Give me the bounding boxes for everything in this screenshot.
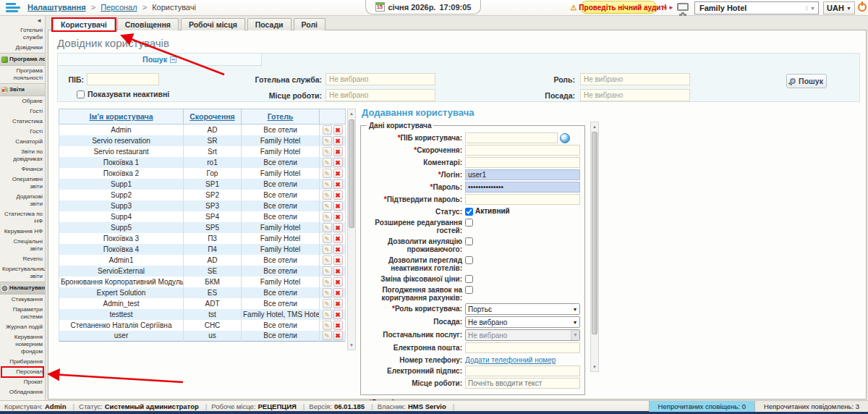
edit-icon[interactable]: ✎ (323, 179, 332, 189)
edit-icon[interactable]: ✎ (323, 245, 332, 254)
delete-icon[interactable]: ✖ (333, 223, 343, 232)
delete-icon[interactable]: ✖ (333, 299, 343, 308)
sidebar-item[interactable]: Програма лояльності (0, 53, 45, 66)
tab[interactable]: Ролі (294, 18, 326, 30)
sidebar-item[interactable]: Параметри системи (0, 305, 45, 322)
sidebar-item[interactable]: Звіти по довідниках (0, 147, 45, 164)
form-scrollbar[interactable]: ▲ ▼ (590, 122, 599, 372)
table-row[interactable]: Бронювання Корпоративний Модуль БКМ Fami… (59, 276, 346, 287)
role-select[interactable]: Портьє▼ (465, 303, 580, 315)
edit-icon[interactable]: ✎ (323, 331, 332, 340)
delete-icon[interactable]: ✖ (333, 125, 343, 135)
form-scrollbar-thumb[interactable] (592, 132, 597, 334)
tab[interactable]: Посади (247, 18, 292, 30)
sidebar-item[interactable]: Користувальницькі звіти (0, 264, 45, 282)
delete-icon[interactable]: ✖ (333, 169, 343, 178)
table-row[interactable]: testtest tst Family Hotel, TMS Hotel ✎✖ (59, 309, 346, 320)
sidebar-item[interactable]: Гості (0, 106, 45, 117)
column-header-username[interactable]: Ім’я користувача (59, 109, 184, 124)
scroll-up-icon[interactable]: ▲ (348, 109, 355, 118)
edit-icon[interactable]: ✎ (323, 125, 332, 135)
scroll-down-icon[interactable]: ▼ (591, 363, 598, 371)
password-field[interactable] (465, 182, 580, 193)
workstation-icon[interactable] (677, 3, 689, 11)
notice-counter[interactable]: Непрочитаних повідомлень: 3 (754, 401, 868, 412)
menu-icon[interactable] (6, 3, 20, 13)
sidebar-item[interactable]: Програма лояльності (0, 66, 45, 83)
edit-icon[interactable]: ✎ (323, 321, 332, 330)
table-row[interactable]: Покоївка 3 П3 Family Hotel ✎✖ (59, 233, 346, 244)
pib-input[interactable] (87, 73, 159, 85)
tab[interactable]: Робочі місця (181, 18, 245, 30)
sidebar-item[interactable]: Керування НФ (0, 227, 45, 237)
status-active-checkbox[interactable] (465, 208, 473, 216)
email-field[interactable] (465, 342, 580, 353)
edit-icon[interactable]: ✎ (323, 266, 332, 276)
table-row[interactable]: Supp5 SP5 Family Hotel ✎✖ (59, 222, 346, 233)
allow-cancel-checkbox[interactable] (465, 237, 473, 245)
edit-icon[interactable]: ✎ (323, 212, 332, 221)
sidebar-item[interactable]: Налаштування (0, 282, 45, 295)
sidebar-item[interactable]: Журнал подій (0, 322, 45, 332)
table-row[interactable]: Supp1 SP1 Все отели ✎✖ (59, 179, 346, 190)
sidebar-item[interactable]: Стикування (0, 295, 45, 305)
tab[interactable]: Сповіщення (117, 18, 179, 30)
column-header-abbreviation[interactable]: Скорочення (184, 109, 242, 124)
sidebar-item[interactable]: Санаторій (0, 137, 45, 147)
delete-icon[interactable]: ✖ (333, 234, 343, 243)
edit-icon[interactable]: ✎ (323, 288, 332, 297)
delete-icon[interactable]: ✖ (333, 288, 343, 297)
ext-guest-edit-checkbox[interactable] (465, 219, 473, 227)
delete-icon[interactable]: ✖ (333, 277, 343, 287)
edit-icon[interactable]: ✎ (323, 201, 332, 211)
nav-arrows-icon[interactable]: ◄► (662, 4, 675, 11)
login-field[interactable] (465, 169, 580, 180)
delete-icon[interactable]: ✖ (333, 331, 343, 340)
table-row[interactable]: Admin1 AD Все отели ✎✖ (59, 255, 346, 266)
add-phone-link[interactable]: Додати телефонний номер (465, 355, 556, 364)
show-inactive-checkbox[interactable]: Показувати неактивні (77, 90, 169, 98)
workplace-field[interactable] (465, 378, 580, 389)
table-row[interactable]: ServioExternal SE Все отели ✎✖ (59, 266, 346, 276)
table-scrollbar-thumb[interactable] (349, 119, 354, 228)
edit-icon[interactable]: ✎ (323, 147, 332, 156)
abbr-field[interactable] (465, 145, 580, 156)
edit-icon[interactable]: ✎ (323, 310, 332, 319)
delete-icon[interactable]: ✖ (333, 310, 343, 319)
scroll-up-icon[interactable]: ▲ (591, 122, 598, 131)
table-scrollbar[interactable]: ▲ ▼ (347, 109, 356, 350)
delete-icon[interactable]: ✖ (333, 255, 343, 265)
edit-icon[interactable]: ✎ (323, 277, 332, 287)
table-row[interactable]: Покоївка 2 Гор Family Hotel ✎✖ (59, 168, 346, 179)
role-filter-input[interactable]: Не вибрано (580, 73, 690, 85)
table-row[interactable]: Степаненко Наталія Сергіївна СНС Все оте… (59, 320, 346, 331)
delete-icon[interactable]: ✖ (333, 136, 343, 145)
notice-counter[interactable]: Непрочитаних сповіщень: 0 (649, 401, 754, 412)
edit-icon[interactable]: ✎ (323, 255, 332, 265)
pib-field[interactable] (465, 132, 558, 143)
sidebar-item[interactable]: Гості (0, 127, 45, 137)
sidebar-item[interactable]: Довідники (0, 43, 45, 53)
position-filter-input[interactable]: Не вибрано (580, 89, 690, 101)
table-row[interactable]: Покоївка 1 ro1 Все отели ✎✖ (59, 157, 346, 168)
confirm-password-field[interactable] (465, 194, 580, 205)
hotel-service-input[interactable]: Не вибрано (326, 73, 435, 85)
column-header-hotel[interactable]: Готель (242, 109, 320, 124)
show-inactive-checkbox-box[interactable] (77, 90, 85, 98)
sidebar-collapse-icon[interactable]: ◄ (0, 16, 45, 25)
sidebar-item[interactable]: Обране (0, 96, 45, 106)
table-row[interactable]: Supp3 SP3 Все отели ✎✖ (59, 200, 346, 211)
table-row[interactable]: Expert Solution ES Все отели ✎✖ (59, 287, 346, 298)
hotel-selector[interactable]: Family Hotel ▼ (694, 1, 819, 14)
sidebar-item[interactable]: Фінанси (0, 164, 45, 174)
position-select[interactable]: Не вибрано▼ (465, 316, 580, 328)
signature-field[interactable] (465, 366, 580, 376)
currency-selector[interactable]: UAH ▼ (823, 1, 855, 14)
delete-icon[interactable]: ✖ (333, 147, 343, 156)
delete-icon[interactable]: ✖ (333, 158, 343, 167)
sidebar-item[interactable]: Готельні служби (0, 25, 45, 43)
sidebar-item[interactable]: Прокат (0, 377, 45, 387)
sidebar-item[interactable]: Обладнання (0, 387, 45, 397)
logout-power-icon[interactable] (858, 3, 867, 12)
delete-icon[interactable]: ✖ (333, 179, 343, 189)
